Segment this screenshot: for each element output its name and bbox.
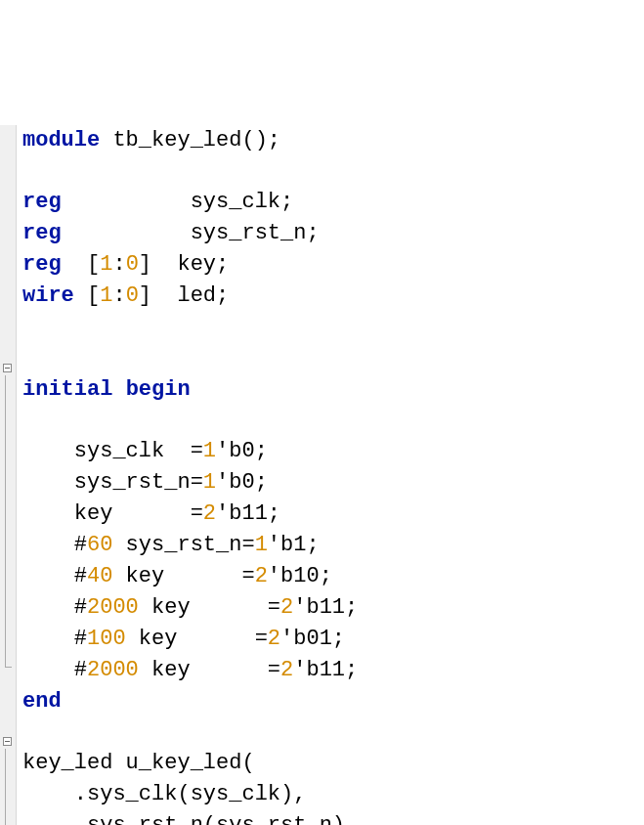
init-l7c: key = xyxy=(126,627,268,651)
fold-line-initial xyxy=(5,375,12,668)
init-l1a: sys_clk = xyxy=(22,439,203,463)
init-l4e: 'b1; xyxy=(268,533,320,557)
gutter xyxy=(0,125,17,825)
init-l8d: 2 xyxy=(280,658,293,682)
init-l4b: 60 xyxy=(87,533,112,557)
init-l2b: 1 xyxy=(203,470,216,495)
kw-initial: initial xyxy=(22,377,112,402)
range-lo-1: 0 xyxy=(126,252,139,277)
module-decl: tb_key_led(); xyxy=(100,128,280,152)
range-open-2: [ xyxy=(87,283,100,308)
init-l2a: sys_rst_n= xyxy=(22,470,203,495)
decl-led: led; xyxy=(151,283,229,308)
init-l6c: key = xyxy=(139,595,280,620)
init-l5e: 'b10; xyxy=(268,564,332,588)
kw-end: end xyxy=(22,689,62,714)
init-l8e: 'b11; xyxy=(293,658,358,682)
key-pad xyxy=(62,252,87,277)
init-l1b: 1 xyxy=(203,439,216,463)
init-l8c: key = xyxy=(139,658,280,682)
init-l7b: 100 xyxy=(87,627,126,651)
init-l5d: 2 xyxy=(255,564,268,588)
init-l3c: 'b11; xyxy=(216,501,280,526)
editor-container: module tb_key_led(); reg sys_clk; reg sy… xyxy=(0,125,644,825)
init-l8a: # xyxy=(22,658,87,682)
init-l6a: # xyxy=(22,595,87,620)
range-sep-1: : xyxy=(112,252,125,277)
init-l8b: 2000 xyxy=(87,658,139,682)
inst-p1: .sys_clk(sys_clk), xyxy=(22,782,306,806)
init-l4a: # xyxy=(22,533,87,557)
wire-pad xyxy=(74,283,87,308)
init-l4d: 1 xyxy=(255,533,268,557)
init-l5b: 40 xyxy=(87,564,112,588)
init-l6d: 2 xyxy=(280,595,293,620)
range-hi-2: 1 xyxy=(100,283,112,308)
inst-head: key_led u_key_led( xyxy=(22,751,255,775)
range-close-2: ] xyxy=(139,283,151,308)
range-sep-2: : xyxy=(112,283,125,308)
range-lo-2: 0 xyxy=(126,283,139,308)
init-l1c: 'b0; xyxy=(216,439,268,463)
fold-line-inst xyxy=(5,749,12,825)
init-l6b: 2000 xyxy=(87,595,139,620)
init-l7d: 2 xyxy=(268,627,280,651)
fold-box-initial[interactable] xyxy=(3,364,12,372)
decl-sys-rstn: sys_rst_n; xyxy=(62,221,320,245)
decl-key: key; xyxy=(151,252,229,277)
range-open-1: [ xyxy=(87,252,100,277)
init-l4c: sys_rst_n= xyxy=(112,533,254,557)
init-l3a: key = xyxy=(22,501,203,526)
kw-begin: begin xyxy=(126,377,191,402)
range-close-1: ] xyxy=(139,252,151,277)
decl-sys-clk: sys_clk; xyxy=(62,190,294,214)
range-hi-1: 1 xyxy=(100,252,112,277)
code-area: module tb_key_led(); reg sys_clk; reg sy… xyxy=(17,125,358,825)
inst-p2: .sys_rst_n(sys_rst_n), xyxy=(22,813,358,825)
init-l2c: 'b0; xyxy=(216,470,268,495)
init-l5a: # xyxy=(22,564,87,588)
init-l7e: 'b01; xyxy=(280,627,345,651)
kw-module: module xyxy=(22,128,100,152)
fold-box-inst[interactable] xyxy=(3,737,12,746)
init-l5c: key = xyxy=(112,564,254,588)
kw-wire: wire xyxy=(22,283,74,308)
init-l7a: # xyxy=(22,627,87,651)
init-l6e: 'b11; xyxy=(293,595,358,620)
init-l3b: 2 xyxy=(203,501,216,526)
